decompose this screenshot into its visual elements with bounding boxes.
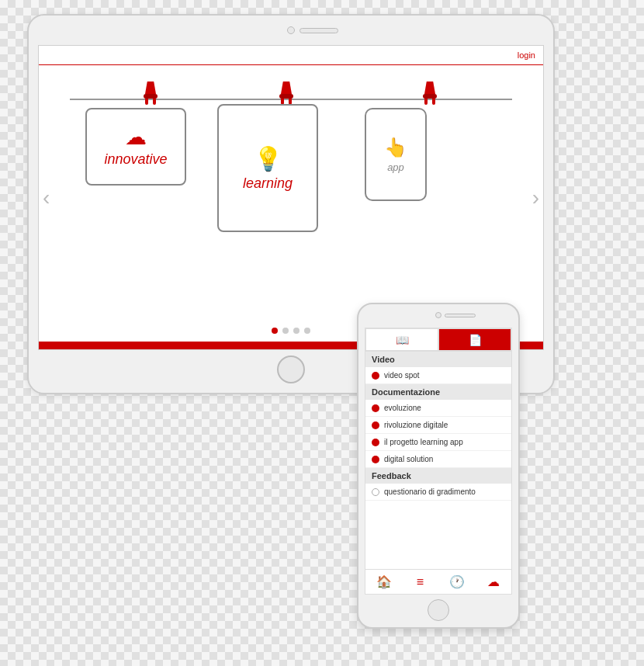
slide-dots	[272, 328, 310, 334]
smartphone-device: 📖 📄 Video video spot Documentazione evol…	[357, 303, 520, 629]
dot-progetto-learning	[372, 439, 379, 446]
section-video: Video	[365, 352, 511, 367]
app-label: app	[387, 161, 404, 173]
label-progetto-learning: il progetto learning app	[384, 438, 463, 446]
tablet-camera	[287, 26, 295, 34]
smartphone-camera	[435, 312, 441, 318]
top-line	[39, 64, 543, 65]
cloud-icon: ☁	[125, 127, 147, 148]
label-video-spot: video spot	[384, 371, 420, 380]
label-evoluzione: evoluzione	[384, 404, 421, 412]
clothesline	[70, 99, 512, 100]
phone-tab-bar: 📖 📄	[365, 328, 511, 352]
tablet-speaker	[299, 28, 338, 33]
clothespin-legs-1	[145, 99, 156, 105]
bulb-icon: 💡	[254, 145, 282, 172]
dot-digital-solution	[372, 456, 379, 463]
dot-questionario	[372, 488, 379, 496]
touch-icon: 👆	[384, 137, 407, 158]
item-questionario[interactable]: questionario di gradimento	[365, 484, 511, 501]
nav-cloud[interactable]: ☁	[475, 570, 511, 594]
dot-4[interactable]	[304, 328, 310, 334]
nav-home[interactable]: 🏠	[365, 570, 402, 594]
innovative-label: innovative	[104, 151, 167, 168]
item-evoluzione[interactable]: evoluzione	[365, 400, 511, 417]
dot-evoluzione	[372, 404, 379, 412]
next-arrow[interactable]: ›	[532, 186, 539, 210]
item-rivoluzione-digitale[interactable]: rivoluzione digitale	[365, 417, 511, 434]
tablet-home-button[interactable]	[277, 356, 305, 383]
clothespin-2	[279, 82, 293, 105]
hang-item-innovative: ☁ innovative	[85, 108, 186, 186]
label-digital-solution: digital solution	[384, 455, 433, 463]
login-link[interactable]: login	[518, 50, 535, 60]
section-feedback: Feedback	[365, 468, 511, 484]
dot-1[interactable]	[272, 328, 278, 334]
hang-item-learning: 💡 learning	[217, 104, 318, 232]
item-video-spot[interactable]: video spot	[365, 367, 511, 384]
smartphone-speaker	[445, 314, 476, 317]
clothespin-1	[144, 82, 158, 105]
label-questionario: questionario di gradimento	[384, 487, 476, 496]
nav-list[interactable]: ≡	[402, 570, 438, 594]
clothespin-top-2	[281, 82, 292, 94]
smartphone-home-button[interactable]	[428, 599, 449, 621]
prev-arrow[interactable]: ‹	[43, 186, 50, 210]
smartphone-screen: 📖 📄 Video video spot Documentazione evol…	[365, 328, 512, 595]
hang-item-app: 👆 app	[365, 108, 427, 201]
clothespin-3	[423, 82, 437, 105]
learning-label: learning	[243, 175, 293, 192]
dot-video-spot	[372, 372, 379, 380]
clothespin-top-1	[145, 82, 156, 94]
label-rivoluzione-digitale: rivoluzione digitale	[384, 421, 448, 429]
nav-history[interactable]: 🕐	[438, 570, 475, 594]
item-digital-solution[interactable]: digital solution	[365, 451, 511, 468]
item-progetto-learning[interactable]: il progetto learning app	[365, 434, 511, 451]
dot-rivoluzione-digitale	[372, 421, 379, 429]
clothespin-legs-3	[424, 99, 435, 105]
clothespin-top-3	[424, 82, 435, 94]
section-documentazione: Documentazione	[365, 384, 511, 400]
dot-3[interactable]	[293, 328, 299, 334]
phone-bottom-nav: 🏠 ≡ 🕐 ☁	[365, 569, 511, 594]
dot-2[interactable]	[282, 328, 289, 334]
tab-doc[interactable]: 📄	[438, 328, 511, 351]
tab-book[interactable]: 📖	[365, 328, 438, 351]
